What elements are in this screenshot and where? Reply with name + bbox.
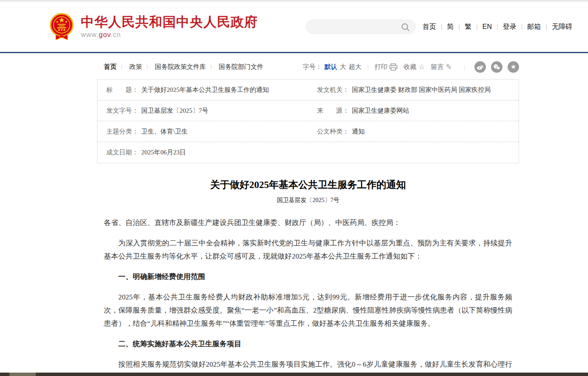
site-url-cn: .cn	[111, 31, 121, 38]
star-icon: ☆	[418, 63, 425, 71]
meta-value: 关于做好2025年基本公共卫生服务工作的通知	[141, 85, 269, 94]
header-right: 首页|简|繁|EN|登录|邮箱|无障碍	[306, 20, 572, 34]
crumb-toolbar-row: 首页〉政策〉国务院政策文件库〉国务院部门文件 字号： 默认大超大 | 打印 收藏…	[97, 53, 519, 79]
meta-cell: 标 题：关于做好2025年基本公共卫生服务工作的通知	[97, 80, 308, 100]
nav-separator: |	[545, 23, 547, 30]
search-input[interactable]	[306, 20, 415, 34]
article-heading-3: 一、明确新增经费使用范围	[104, 270, 512, 283]
header-nav: 首页|简|繁|EN|登录|邮箱|无障碍	[422, 23, 572, 31]
meta-label: 主题分类：	[106, 127, 138, 136]
article-body: 关于做好2025年基本公共卫生服务工作的通知 国卫基层发〔2025〕7号 各省、…	[97, 163, 519, 376]
site-logo[interactable]: 中华人民共和国中央人民政府 www.gov.cn	[48, 12, 258, 41]
bottom-scrollbar-thumb[interactable]	[9, 373, 36, 376]
meta-value: 国家卫生健康委网站	[352, 106, 409, 115]
font-size-label: 字号：	[303, 63, 322, 71]
meta-row-1: 标 题：关于做好2025年基本公共卫生服务工作的通知发文机关：国家卫生健康委 财…	[97, 80, 519, 100]
meta-row-2: 发文字号：国卫基层发〔2025〕7号来 源：国家卫生健康委网站	[97, 100, 519, 121]
article-para-4: 2025年，基本公共卫生服务经费人均财政补助标准增加5元，达到99元。新增经费用…	[104, 291, 512, 330]
meta-value: 2025年06月23日	[141, 148, 186, 157]
nav-link-7[interactable]: 无障碍	[552, 23, 572, 31]
font-size-option-3[interactable]: 超大	[348, 63, 361, 70]
page-content: 首页〉政策〉国务院政策文件库〉国务院部门文件 字号： 默认大超大 | 打印 收藏…	[97, 53, 519, 376]
article-toolbar: 字号： 默认大超大 | 打印 收藏 ☆ 留言 ✎ | ★	[303, 61, 519, 73]
comment-label: 留言	[431, 63, 444, 71]
search-box[interactable]	[306, 20, 416, 34]
meta-label: 标 题：	[106, 85, 138, 94]
nav-separator: |	[441, 23, 442, 30]
breadcrumb-item-4[interactable]: 国务院部门文件	[219, 63, 263, 71]
font-size-options: 默认大超大	[322, 63, 361, 71]
qzone-icon: ★	[511, 63, 516, 71]
meta-value: 国家卫生健康委 财政部 国家中医药局 国家疾控局	[352, 85, 491, 94]
favorite-button[interactable]: 收藏 ☆	[403, 63, 425, 71]
nav-separator: |	[521, 23, 523, 30]
article-paragraphs: 各省、自治区、直辖市及新疆生产建设兵团卫生健康委、财政厅（局）、中医药局、疾控局…	[104, 216, 512, 376]
nav-separator: |	[497, 23, 498, 30]
printer-icon	[389, 63, 397, 71]
meta-label: 发文机关：	[317, 85, 349, 94]
breadcrumb-separator: 〉	[210, 63, 215, 71]
nav-link-6[interactable]: 邮箱	[527, 23, 541, 31]
breadcrumb-item-2[interactable]: 政策	[129, 63, 142, 71]
document-number: 国卫基层发〔2025〕7号	[104, 197, 512, 204]
meta-row-4: 成文日期：2025年06月23日	[97, 142, 519, 163]
nav-link-1[interactable]: 首页	[422, 23, 436, 31]
print-button[interactable]: 打印	[374, 63, 397, 71]
font-size-option-2[interactable]: 大	[340, 63, 346, 70]
meta-row-3: 主题分类：卫生、体育\卫生公文种类：通知	[97, 121, 519, 142]
article-title: 关于做好2025年基本公共卫生服务工作的通知	[104, 179, 512, 191]
share-weibo-icon[interactable]	[474, 61, 486, 73]
font-size-option-1[interactable]: 默认	[324, 63, 337, 70]
meta-cell: 成文日期：2025年06月23日	[97, 142, 308, 162]
meta-label: 发文字号：	[106, 106, 138, 115]
bottom-scrollbar[interactable]	[0, 373, 588, 376]
meta-label: 公文种类：	[317, 127, 349, 136]
breadcrumb: 首页〉政策〉国务院政策文件库〉国务院部门文件	[104, 63, 263, 71]
meta-cell: 发文机关：国家卫生健康委 财政部 国家中医药局 国家疾控局	[308, 80, 519, 100]
article-heading-5: 二、统筹实施好基本公共卫生服务项目	[104, 337, 512, 350]
share-qzone-icon[interactable]: ★	[508, 61, 519, 73]
breadcrumb-separator: 〉	[146, 63, 151, 71]
meta-label: 成文日期：	[106, 148, 138, 157]
meta-value: 卫生、体育\卫生	[141, 127, 188, 136]
toolbar-separator: |	[367, 63, 368, 71]
nav-link-2[interactable]: 简	[447, 23, 454, 31]
meta-cell: 主题分类：卫生、体育\卫生	[97, 122, 308, 142]
nav-link-4[interactable]: EN	[482, 23, 492, 31]
meta-cell: 来 源：国家卫生健康委网站	[308, 101, 519, 121]
meta-cell: 公文种类：通知	[308, 122, 519, 142]
article-salutation-1: 各省、自治区、直辖市及新疆生产建设兵团卫生健康委、财政厅（局）、中医药局、疾控局…	[104, 216, 512, 229]
pencil-icon: ✎	[446, 63, 452, 71]
site-logo-text: 中华人民共和国中央人民政府 www.gov.cn	[81, 15, 258, 39]
document-meta-table: 标 题：关于做好2025年基本公共卫生服务工作的通知发文机关：国家卫生健康委 财…	[97, 79, 519, 163]
weibo-icon	[477, 64, 484, 70]
breadcrumb-separator: 〉	[120, 63, 126, 71]
site-url: www.gov.cn	[81, 31, 258, 39]
share-buttons: ★	[474, 61, 519, 73]
toolbar-separator: |	[464, 63, 465, 71]
search-icon[interactable]	[401, 23, 410, 32]
site-url-www: www.	[81, 31, 99, 38]
meta-value: 通知	[352, 127, 365, 136]
site-url-gov: gov	[99, 31, 111, 38]
meta-cell: 发文字号：国卫基层发〔2025〕7号	[97, 101, 308, 121]
site-title: 中华人民共和国中央人民政府	[81, 15, 258, 29]
comment-button[interactable]: 留言 ✎	[431, 63, 452, 71]
nav-separator: |	[459, 23, 460, 30]
breadcrumb-item-1[interactable]: 首页	[104, 63, 117, 71]
wechat-icon	[493, 64, 500, 70]
nav-link-3[interactable]: 繁	[465, 23, 471, 31]
nav-separator: |	[476, 23, 478, 30]
nav-link-5[interactable]: 登录	[503, 23, 517, 31]
share-wechat-icon[interactable]	[491, 61, 502, 73]
meta-label: 来 源：	[317, 106, 349, 115]
print-label: 打印	[374, 63, 387, 71]
article-para-2: 为深入贯彻党的二十届三中全会精神，落实新时代党的卫生与健康工作方针中以基层为重点…	[104, 236, 512, 263]
favorite-label: 收藏	[403, 63, 416, 71]
meta-value: 国卫基层发〔2025〕7号	[141, 106, 208, 115]
national-emblem-icon	[48, 12, 75, 41]
site-header: 中华人民共和国中央人民政府 www.gov.cn 首页|简|繁|EN|登录|邮箱…	[0, 2, 588, 52]
breadcrumb-item-3[interactable]: 国务院政策文件库	[155, 63, 206, 71]
